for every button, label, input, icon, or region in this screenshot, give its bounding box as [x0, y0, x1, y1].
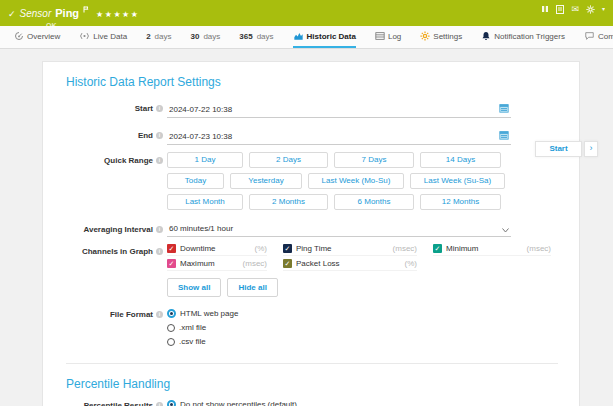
tab-label: Historic Data: [307, 32, 356, 41]
tab-label-suffix: days: [203, 32, 220, 41]
overview-icon: [14, 31, 24, 41]
info-icon: [156, 311, 163, 318]
end-label: End: [138, 131, 153, 140]
tab-label: 2: [146, 32, 150, 41]
comment-bubble-icon: [584, 31, 595, 41]
info-icon: [156, 105, 163, 112]
averaging-interval-select[interactable]: 60 minutes/1 hour: [167, 222, 511, 237]
sensor-type-label: Sensor: [20, 8, 52, 19]
tab-365-days[interactable]: 365 days: [239, 26, 273, 48]
quick-range-yesterday-button[interactable]: Yesterday: [230, 173, 302, 189]
tab-30-days[interactable]: 30 days: [191, 26, 221, 48]
radio-label: HTML web page: [180, 309, 238, 318]
file-format-html-radio[interactable]: [167, 309, 176, 318]
historic-data-chart-icon: [293, 31, 304, 41]
pause-icon[interactable]: [541, 5, 549, 13]
quick-range-last-month-button[interactable]: Last Month: [167, 194, 243, 210]
quick-range-14-days-button[interactable]: 14 Days: [420, 152, 501, 168]
historic-data-form-panel: Historic Data Report Settings Start End: [42, 61, 580, 406]
tab-label: Log: [388, 32, 401, 41]
section-divider: [66, 363, 558, 364]
email-icon[interactable]: ✉: [571, 5, 579, 13]
tab-2-days[interactable]: 2 days: [146, 26, 171, 48]
quick-range-1-day-button[interactable]: 1 Day: [167, 152, 243, 168]
tab-label: Overview: [27, 32, 60, 41]
info-icon: [156, 226, 163, 233]
quick-range-7-days-button[interactable]: 7 Days: [334, 152, 414, 168]
tab-notification-triggers[interactable]: Notification Triggers: [481, 26, 565, 48]
calendar-icon[interactable]: [499, 126, 509, 144]
quick-range-last-week-mo-su-button[interactable]: Last Week (Mo-Su): [308, 173, 404, 189]
radio-label: Do not show percentiles (default): [180, 400, 297, 406]
percentile-results-row: Percentile Results Do not show percentil…: [43, 400, 579, 406]
show-all-button[interactable]: Show all: [167, 278, 221, 297]
tab-label: Notification Triggers: [494, 32, 565, 41]
file-format-xml-radio[interactable]: [167, 324, 175, 332]
channel-maximum: ✓ Maximum (msec): [167, 259, 267, 271]
hide-all-button[interactable]: Hide all: [227, 278, 277, 297]
quick-range-6-months-button[interactable]: 6 Months: [334, 194, 414, 210]
settings-gear-icon: [420, 31, 430, 41]
dropdown-caret-icon[interactable]: ▾: [602, 5, 605, 13]
channel-packet-loss: ✓ Packet Loss (%): [283, 259, 417, 271]
percentile-results-label: Percentile Results: [84, 401, 153, 406]
radio-label: .xml file: [179, 323, 206, 332]
quick-range-2-days-button[interactable]: 2 Days: [249, 152, 328, 168]
status-check-icon: ✓: [8, 9, 16, 19]
tab-label: 30: [191, 32, 200, 41]
tab-settings[interactable]: Settings: [420, 26, 462, 48]
tab-live-data[interactable]: Live Data: [79, 26, 127, 48]
tab-label: 365: [239, 32, 252, 41]
channel-downtime: ✓ Downtime (%): [167, 244, 267, 256]
sensor-flag-icon: [83, 0, 89, 17]
start-report-button[interactable]: Start: [535, 141, 582, 157]
check-icon: ✓: [169, 245, 175, 252]
radio-label: .csv file: [179, 337, 206, 346]
file-format-label: File Format: [110, 310, 153, 319]
start-label: Start: [135, 104, 153, 113]
tab-label-suffix: days: [155, 32, 172, 41]
channels-in-graph-row: Channels in Graph ✓ Downtime (%) ✓ Ping …: [43, 244, 579, 297]
channels-in-graph-label: Channels in Graph: [82, 247, 153, 256]
channel-checkbox[interactable]: ✓: [167, 259, 176, 268]
tab-label: Comments: [598, 32, 613, 41]
log-icon: [375, 31, 385, 41]
quick-range-2-months-button[interactable]: 2 Months: [249, 194, 328, 210]
calendar-icon[interactable]: [499, 99, 509, 117]
channel-checkbox[interactable]: ✓: [167, 244, 176, 253]
percentile-hide-radio[interactable]: [167, 400, 176, 406]
averaging-interval-label: Averaging Interval: [83, 225, 153, 234]
tab-log[interactable]: Log: [375, 26, 401, 48]
live-data-icon: [79, 31, 90, 41]
tab-overview[interactable]: Overview: [14, 26, 60, 48]
section-title-percentile: Percentile Handling: [66, 377, 579, 391]
check-icon: ✓: [285, 260, 291, 267]
channel-checkbox[interactable]: ✓: [433, 244, 442, 253]
info-icon: [156, 132, 163, 139]
sensor-name[interactable]: Ping: [55, 7, 79, 19]
channel-unit: (msec): [527, 244, 551, 253]
start-date-input[interactable]: [167, 103, 511, 118]
channel-name: Minimum: [446, 244, 478, 253]
file-format-csv-radio[interactable]: [167, 338, 175, 346]
bell-icon: [481, 31, 491, 41]
quick-range-last-week-su-sa-button[interactable]: Last Week (Su-Sa): [410, 173, 505, 189]
averaging-interval-row: Averaging Interval 60 minutes/1 hour: [43, 222, 579, 237]
section-title-report-settings: Historic Data Report Settings: [66, 75, 579, 89]
channel-checkbox[interactable]: ✓: [283, 244, 292, 253]
end-date-input[interactable]: [167, 130, 511, 145]
priority-stars[interactable]: ★★★★★: [96, 10, 139, 19]
channel-unit: (msec): [393, 244, 417, 253]
tab-historic-data[interactable]: Historic Data: [293, 26, 356, 48]
tab-comments[interactable]: Comments: [584, 26, 613, 48]
report-icon[interactable]: [556, 5, 564, 14]
channel-checkbox[interactable]: ✓: [283, 259, 292, 268]
info-icon: [156, 157, 163, 164]
start-report-arrow-button[interactable]: ›: [584, 141, 598, 157]
quick-range-today-button[interactable]: Today: [167, 173, 224, 189]
gear-icon[interactable]: [586, 5, 595, 14]
channel-minimum: ✓ Minimum (msec): [433, 244, 551, 256]
quick-range-12-months-button[interactable]: 12 Months: [420, 194, 501, 210]
quick-range-row: Quick Range 1 Day 2 Days 7 Days 14 Days …: [43, 152, 579, 215]
check-icon: ✓: [169, 260, 175, 267]
